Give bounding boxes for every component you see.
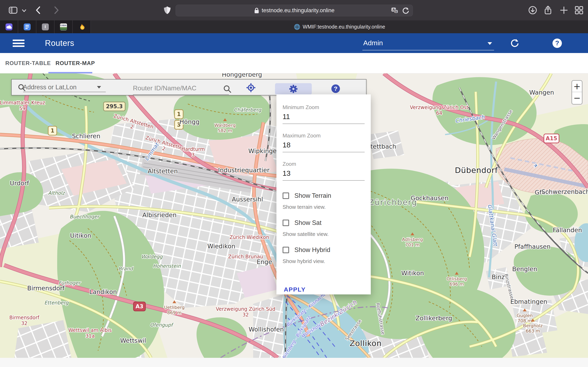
google-docs-icon (24, 24, 31, 30)
translate-icon[interactable]: A文 (390, 7, 399, 15)
my-location-icon[interactable] (246, 83, 256, 92)
map-label: Buechhoger (70, 214, 100, 220)
map-label: Altholz (48, 190, 65, 196)
tab-router-table[interactable]: ROUTER-TABLE (5, 53, 51, 73)
map-label: Urdorf (10, 180, 29, 187)
map-label: Bergholz663 m (523, 323, 543, 334)
zoom-field: Zoom13 (283, 161, 365, 181)
app-header: Routers Admin ? (0, 33, 588, 53)
map-label: Albisrieden (142, 211, 177, 218)
field-label: Maximum Zoom (283, 133, 365, 139)
address-select[interactable]: Address or Lat,Lon (23, 83, 77, 91)
map-label: Pfaffhausen (514, 243, 550, 250)
svg-text:1: 1 (177, 111, 181, 117)
route-shield: 1 (48, 126, 57, 135)
settings-checkbox-group: Show SatShow satellite view. (283, 219, 365, 237)
tab-overview-icon[interactable] (574, 5, 584, 15)
menu-icon[interactable] (13, 40, 25, 47)
forward-button-icon[interactable] (51, 5, 61, 15)
map-label: Wettswil (120, 337, 146, 344)
map-label: Ettenberg (44, 300, 69, 306)
field-value-input[interactable]: 13 (283, 169, 365, 177)
map-label: Dübendorf (455, 166, 498, 175)
checkbox-label: Show Sat (294, 219, 321, 226)
map-label: Otlisberg696 m (447, 276, 467, 287)
pinned-tab-icloud[interactable] (0, 20, 18, 33)
field-value-input[interactable]: 11 (283, 113, 365, 121)
settings-checkbox-group: Show TerrainShow terrain view. (283, 192, 365, 210)
zoom-in-button[interactable]: + (572, 81, 582, 92)
map-label: Zollikon (350, 339, 382, 348)
refresh-icon[interactable] (510, 38, 520, 48)
settings-checkbox-group: Show HybridShow hybrid view. (283, 246, 365, 264)
map-label: Binz (492, 273, 505, 281)
map-label: Hohenstein (153, 263, 181, 269)
map-label: Benglen (512, 266, 537, 273)
map-label: Landikon (89, 288, 117, 295)
map-label: Zürichberg (369, 198, 417, 207)
new-tab-icon[interactable] (559, 5, 569, 15)
router-search-icon[interactable] (223, 85, 232, 93)
globe-icon (294, 24, 300, 30)
help-icon[interactable]: ? (552, 38, 562, 48)
map-label: Fällanden (553, 226, 582, 234)
share-icon[interactable] (543, 5, 553, 15)
map-label: Industriequartier (218, 167, 270, 174)
checkbox-row[interactable]: Show Hybrid (283, 246, 365, 254)
checkbox-description: Show hybrid view. (283, 258, 365, 264)
svg-text:1: 1 (51, 128, 54, 134)
checkbox-row[interactable]: Show Sat (283, 219, 365, 226)
settings-checkboxes: Show TerrainShow terrain view.Show SatSh… (283, 192, 365, 264)
svg-text:295.3: 295.3 (106, 103, 123, 109)
map-settings-button[interactable] (275, 83, 312, 95)
downloads-icon[interactable] (528, 5, 537, 15)
checkbox[interactable] (283, 247, 289, 253)
tab-router-map[interactable]: ROUTER-MAP (56, 53, 95, 73)
address-select-caret-icon[interactable] (97, 86, 101, 89)
field-value-input[interactable]: 18 (283, 141, 365, 149)
active-tab-title: WMIF:testnode.eu.thingularity.online (303, 24, 385, 30)
map-label: Furhoger (59, 280, 81, 286)
zoom-field: Maximum Zoom18 (283, 133, 365, 152)
screen: testnode.eu.thingularity.online A文 I USD… (0, 0, 588, 367)
pinned-tab-docs[interactable] (18, 20, 36, 33)
map-label: Aussersihl (232, 196, 263, 203)
pinned-tab-info[interactable]: I (36, 20, 54, 33)
checkbox[interactable] (283, 192, 289, 199)
page-background (0, 358, 588, 367)
browser-toolbar: testnode.eu.thingularity.online A文 (0, 0, 588, 20)
chevron-down-icon[interactable] (21, 8, 27, 13)
checkbox-description: Show terrain view. (283, 204, 365, 210)
settings-fields: Minimum Zoom11Maximum Zoom18Zoom13 (283, 104, 365, 181)
map-zoom-control: + − (571, 80, 582, 105)
route-shield: 1 (174, 110, 183, 119)
lock-icon (254, 8, 259, 14)
map-label: Schwerzenbach (541, 188, 588, 195)
field-label: Minimum Zoom (283, 104, 365, 110)
pinned-tab-firebase[interactable] (73, 20, 91, 33)
map-label: Hönggerberg (222, 73, 262, 78)
back-button-icon[interactable] (34, 5, 43, 15)
checkbox-row[interactable]: Show Terrain (283, 192, 365, 200)
map-label: Zürich Wiedikon (229, 234, 269, 240)
checkbox-description: Show satellite view. (283, 231, 365, 237)
router-search-input[interactable]: Router ID/Name/MAC (133, 84, 229, 95)
map-help-icon[interactable]: ? (331, 84, 340, 93)
sidebar-toggle-icon[interactable] (8, 5, 18, 15)
select-caret-icon (488, 42, 492, 45)
map-label: Wangen (529, 89, 554, 96)
map-label: ✈ (533, 163, 538, 169)
apply-button[interactable]: APPLY (283, 284, 307, 294)
map-label: Schlieren (72, 133, 100, 140)
pinned-tab-usda[interactable]: USDA (54, 20, 73, 33)
user-role-select[interactable]: Admin (362, 36, 494, 50)
checkbox[interactable] (283, 220, 289, 226)
shield-extension-icon[interactable] (162, 5, 172, 15)
reload-icon[interactable] (402, 7, 410, 15)
svg-text:?: ? (555, 39, 559, 47)
route-shield: A3 (134, 302, 145, 311)
zoom-out-button[interactable]: − (572, 92, 582, 104)
active-tab[interactable]: WMIF:testnode.eu.thingularity.online (91, 20, 588, 33)
address-bar[interactable]: testnode.eu.thingularity.online A文 (176, 5, 413, 16)
info-icon: I (42, 24, 49, 30)
